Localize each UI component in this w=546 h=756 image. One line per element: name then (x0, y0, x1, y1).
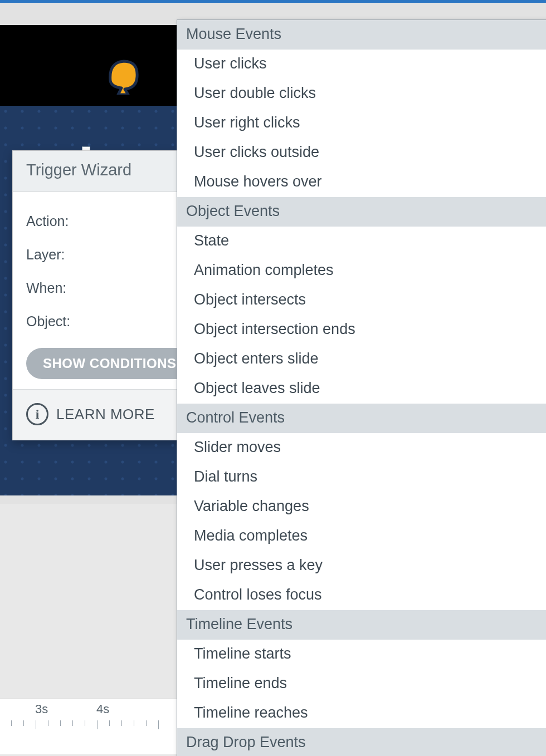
menu-group-drag-drop-events: Drag Drop Events (177, 728, 546, 756)
menu-item-media-completes[interactable]: Media completes (177, 522, 546, 551)
quiz-logo-icon (106, 56, 139, 95)
label-when: When: (26, 280, 93, 296)
menu-item-animation-completes[interactable]: Animation completes (177, 256, 546, 286)
menu-item-timeline-ends[interactable]: Timeline ends (177, 669, 546, 699)
menu-item-timeline-starts[interactable]: Timeline starts (177, 640, 546, 669)
show-conditions-label: SHOW CONDITIONS (43, 356, 177, 371)
label-action: Action: (26, 213, 93, 229)
show-conditions-button[interactable]: SHOW CONDITIONS (26, 348, 193, 379)
menu-item-object-enters-slide[interactable]: Object enters slide (177, 345, 546, 374)
menu-item-state[interactable]: State (177, 227, 546, 256)
menu-item-user-clicks-outside[interactable]: User clicks outside (177, 138, 546, 168)
menu-item-user-right-clicks[interactable]: User right clicks (177, 109, 546, 138)
info-icon: i (26, 403, 48, 425)
menu-item-control-loses-focus[interactable]: Control loses focus (177, 581, 546, 610)
when-trigger-dropdown: Mouse Events User clicks User double cli… (177, 19, 546, 756)
menu-item-dial-turns[interactable]: Dial turns (177, 463, 546, 492)
menu-item-slider-moves[interactable]: Slider moves (177, 433, 546, 463)
menu-item-timeline-reaches[interactable]: Timeline reaches (177, 699, 546, 728)
ruler-label-4s: 4s (96, 702, 109, 716)
menu-group-mouse-events: Mouse Events (177, 20, 546, 50)
menu-item-mouse-hovers-over[interactable]: Mouse hovers over (177, 168, 546, 197)
ruler-label-3s: 3s (35, 702, 48, 716)
learn-more-link[interactable]: LEARN MORE (56, 406, 155, 423)
label-object: Object: (26, 313, 93, 330)
menu-item-object-intersects[interactable]: Object intersects (177, 286, 546, 315)
menu-group-object-events: Object Events (177, 197, 546, 227)
menu-item-user-double-clicks[interactable]: User double clicks (177, 79, 546, 109)
menu-group-control-events: Control Events (177, 404, 546, 433)
label-layer: Layer: (26, 247, 93, 263)
menu-item-user-clicks[interactable]: User clicks (177, 50, 546, 79)
menu-item-user-presses-a-key[interactable]: User presses a key (177, 551, 546, 581)
menu-group-timeline-events: Timeline Events (177, 610, 546, 640)
menu-item-object-intersection-ends[interactable]: Object intersection ends (177, 315, 546, 345)
menu-item-object-leaves-slide[interactable]: Object leaves slide (177, 374, 546, 404)
menu-item-variable-changes[interactable]: Variable changes (177, 492, 546, 522)
